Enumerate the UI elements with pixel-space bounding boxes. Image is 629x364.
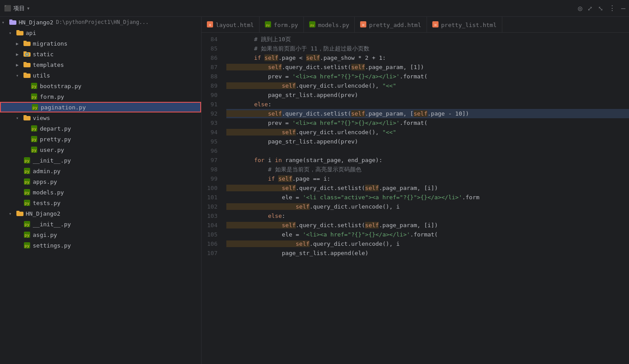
tree-arrow[interactable]: ▾ [9,211,16,216]
collapse-icon[interactable]: ⤡ [598,5,603,12]
line-number: 105 [202,230,223,239]
tree-arrow[interactable]: ▶ [16,41,23,46]
tab-icon-py: py [265,21,271,29]
sidebar-item-apps-py[interactable]: pyapps.py [0,176,201,187]
code-line: page_str_list.append(prev) [226,90,629,100]
svg-rect-1 [9,19,12,21]
tree-icon-py: py [30,135,38,143]
line-number: 98 [202,165,223,174]
tree-label: HN_Django2 [26,210,60,217]
tab-form-py[interactable]: pyform.py [260,17,304,33]
tree-icon-py: py [30,82,38,90]
sidebar-item-hn-django2-root[interactable]: ▾HN_Django2 [0,208,201,219]
more-icon[interactable]: ⋮ [609,4,616,12]
line-number: 88 [202,72,223,81]
line-number: 93 [202,118,223,128]
sidebar-item-project-root[interactable]: ▾HN_Django2D:\pythonProject1\HN_Djang... [0,17,201,27]
sidebar-item-asgi-py[interactable]: pyasgi.py [0,229,201,240]
code-line: # 跳到上10页 [226,35,629,44]
line-number: 100 [202,183,223,193]
tab-label: models.py [318,22,349,28]
sidebar-item-pretty-py[interactable]: pypretty.py [0,134,201,144]
code-editor[interactable]: 8485868788899091929394959697989910010110… [202,33,629,364]
tree-icon-py: py [30,93,38,101]
sidebar-item-views[interactable]: ▾views [0,112,201,123]
tree-icon-py: py [30,146,38,154]
tree-arrow[interactable]: ▾ [2,20,9,25]
tree-label: __init__.py [33,221,71,228]
tab-models-py[interactable]: pymodels.py [304,17,355,33]
tree-label: pagination.py [41,104,86,111]
tree-label: views [33,115,50,121]
main-layout: ▾HN_Django2D:\pythonProject1\HN_Djang...… [0,17,629,364]
line-number: 87 [202,62,223,72]
tab-bar: Hlayout.htmlpyform.pypymodels.pyHpretty_… [202,17,629,33]
tree-label: models.py [33,189,64,196]
code-line: if self.page < self.page_show * 2 + 1: [226,53,629,62]
target-icon[interactable]: ◎ [578,4,582,12]
line-number: 99 [202,174,223,183]
line-number: 85 [202,44,223,53]
tree-arrow[interactable]: ▶ [16,62,23,67]
sidebar-item-admin-py[interactable]: pyadmin.py [0,166,201,176]
line-number: 101 [202,193,223,202]
tree-arrow[interactable]: ▾ [16,116,23,120]
sidebar-item-settings-py[interactable]: pysettings.py [0,240,201,251]
sidebar-item-init-py-main[interactable]: py__init__.py [0,219,201,229]
svg-rect-12 [23,73,27,74]
svg-text:H: H [209,23,211,27]
sidebar-item-templates[interactable]: ▶templates [0,59,201,70]
line-number: 84 [202,35,223,44]
dropdown-arrow[interactable]: ▾ [27,5,30,12]
tab-pretty-add-html[interactable]: Hpretty_add.html [355,17,427,33]
tree-arrow[interactable]: ▾ [9,31,16,35]
line-number: 95 [202,137,223,146]
svg-text:py: py [25,201,30,205]
sidebar-item-api[interactable]: ▾api [0,27,201,38]
tree-icon-folder-web [23,50,31,58]
tree-icon-py: py [23,167,31,175]
tab-layout-html[interactable]: Hlayout.html [202,17,260,33]
tree-icon-py: py [23,178,31,186]
svg-text:py: py [25,159,30,163]
code-line: prev = '<li><a href="?{}">{}</a></li>'.f… [226,118,629,128]
code-line: if self.page == i: [226,174,629,183]
svg-text:py: py [32,137,37,142]
svg-text:py: py [25,190,30,195]
tree-icon-folder [23,39,31,47]
tree-arrow[interactable]: ▶ [16,52,23,57]
sidebar-item-migrations[interactable]: ▶migrations [0,38,201,49]
sidebar-item-form-py[interactable]: pyform.py [0,91,201,102]
sidebar-item-static[interactable]: ▶static [0,49,201,59]
line-number: 96 [202,146,223,155]
code-line: ele = '<li><a href="?{}">{}</a></li>'.fo… [226,230,629,239]
svg-text:py: py [25,180,30,184]
line-number: 107 [202,248,223,258]
code-line: ele = '<li class="active"><a href="?{}">… [226,193,629,202]
tree-icon-folder [23,71,31,79]
code-content: # 跳到上10页 # 如果当前页面小于 11，防止超过最小页数 if self.… [223,33,629,364]
expand-icon[interactable]: ⤢ [587,5,593,12]
tab-pretty-list-html[interactable]: Hpretty_list.html [427,17,502,33]
tree-label: admin.py [33,168,61,174]
sidebar-item-tests-py[interactable]: pytests.py [0,197,201,208]
sidebar-item-utils[interactable]: ▾utils [0,70,201,81]
sidebar-item-pagination-py[interactable]: pypagination.py [0,102,201,112]
svg-text:py: py [32,148,37,152]
tree-arrow[interactable]: ▾ [16,73,23,78]
svg-text:py: py [32,84,37,89]
line-number: 91 [202,100,223,109]
tree-label: apps.py [33,178,57,185]
sidebar-item-models-py[interactable]: pymodels.py [0,187,201,197]
sidebar-item-depart-py[interactable]: pydepart.py [0,123,201,134]
minimize-icon[interactable]: — [621,4,625,12]
svg-rect-20 [23,115,27,117]
sidebar-item-init-py-api[interactable]: py__init__.py [0,155,201,166]
svg-text:H: H [435,23,436,27]
tab-label: form.py [274,22,298,28]
tree-label: __init__.py [33,157,71,164]
sidebar-item-bootstrap-py[interactable]: pybootstrap.py [0,81,201,91]
svg-text:py: py [32,95,37,99]
sidebar-item-user-py[interactable]: pyuser.py [0,144,201,155]
svg-text:py: py [25,233,30,237]
